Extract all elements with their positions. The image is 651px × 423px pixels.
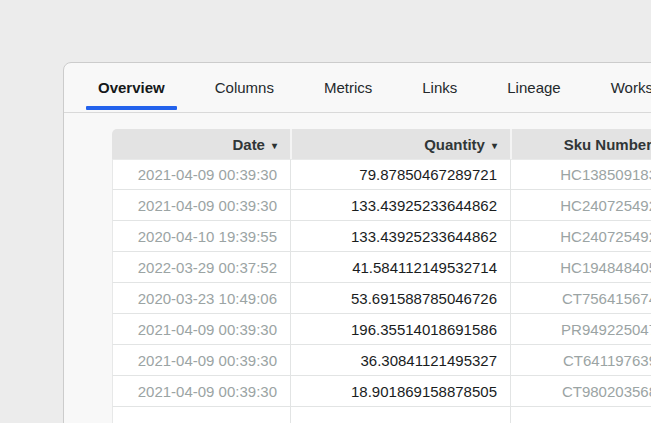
column-label: Quantity — [424, 136, 485, 153]
cell-qty: 79.87850467289721 — [290, 159, 510, 190]
cell-sku: HC240725492 — [510, 221, 651, 252]
cell-date: 2020-03-23 10:49:06 — [112, 283, 290, 314]
table-row[interactable]: 2020-04-10 19:39:55133.43925233644862HC2… — [112, 221, 651, 252]
cell-sku: CT980203568 — [510, 376, 651, 407]
tab-lineage[interactable]: Lineage — [495, 63, 572, 112]
cell-sku — [510, 407, 651, 423]
cell-qty: 18.901869158878505 — [290, 376, 510, 407]
table-header-row: Date▾Quantity▾Sku Number — [112, 129, 651, 159]
cell-qty — [290, 407, 510, 423]
cell-sku: HC138509183 — [510, 159, 651, 190]
tab-bar: OverviewColumnsMetricsLinksLineageWorksh… — [64, 63, 651, 113]
cell-date: 2021-04-09 00:39:30 — [112, 314, 290, 345]
column-label: Date — [232, 136, 265, 153]
table-row[interactable]: 2021-04-09 00:39:30133.43925233644862HC2… — [112, 190, 651, 221]
cell-date — [112, 407, 290, 423]
sort-arrow-icon: ▾ — [272, 140, 277, 151]
cell-sku: HC194848405 — [510, 252, 651, 283]
data-preview-table: Date▾Quantity▾Sku Number 2021-04-09 00:3… — [112, 129, 651, 423]
cell-date: 2021-04-09 00:39:30 — [112, 376, 290, 407]
table-body: 2021-04-09 00:39:3079.87850467289721HC13… — [112, 159, 651, 423]
screen: OverviewColumnsMetricsLinksLineageWorksh… — [0, 0, 651, 423]
cell-qty: 41.584112149532714 — [290, 252, 510, 283]
dataset-panel: OverviewColumnsMetricsLinksLineageWorksh… — [63, 62, 651, 423]
cell-date: 2020-04-10 19:39:55 — [112, 221, 290, 252]
column-header-date[interactable]: Date▾ — [112, 129, 290, 159]
data-preview-table-container: Date▾Quantity▾Sku Number 2021-04-09 00:3… — [112, 129, 651, 423]
tab-overview[interactable]: Overview — [86, 63, 177, 112]
cell-sku: CT641197639 — [510, 345, 651, 376]
column-header-qty[interactable]: Quantity▾ — [290, 129, 510, 159]
cell-qty: 196.35514018691586 — [290, 314, 510, 345]
table-row[interactable]: 2021-04-09 00:39:3018.901869158878505CT9… — [112, 376, 651, 407]
cell-sku: HC240725492 — [510, 190, 651, 221]
cell-date: 2021-04-09 00:39:30 — [112, 159, 290, 190]
cell-date: 2021-04-09 00:39:30 — [112, 190, 290, 221]
cell-date: 2022-03-29 00:37:52 — [112, 252, 290, 283]
table-row[interactable]: 2021-04-09 00:39:30196.35514018691586PR9… — [112, 314, 651, 345]
cell-date: 2021-04-09 00:39:30 — [112, 345, 290, 376]
table-row[interactable]: 2021-04-09 00:39:3079.87850467289721HC13… — [112, 159, 651, 190]
sort-arrow-icon: ▾ — [492, 140, 497, 151]
cell-qty: 53.691588785046726 — [290, 283, 510, 314]
tab-links[interactable]: Links — [410, 63, 469, 112]
table-header: Date▾Quantity▾Sku Number — [112, 129, 651, 159]
column-label: Sku Number — [564, 136, 651, 153]
column-header-sku[interactable]: Sku Number — [510, 129, 651, 159]
cell-qty: 133.43925233644862 — [290, 190, 510, 221]
tab-columns[interactable]: Columns — [203, 63, 286, 112]
table-row[interactable]: 2022-03-29 00:37:5241.584112149532714HC1… — [112, 252, 651, 283]
table-row[interactable] — [112, 407, 651, 423]
cell-sku: CT756415674 — [510, 283, 651, 314]
table-row[interactable]: 2020-03-23 10:49:0653.691588785046726CT7… — [112, 283, 651, 314]
table-row[interactable]: 2021-04-09 00:39:3036.30841121495327CT64… — [112, 345, 651, 376]
tab-metrics[interactable]: Metrics — [312, 63, 384, 112]
cell-qty: 36.30841121495327 — [290, 345, 510, 376]
cell-qty: 133.43925233644862 — [290, 221, 510, 252]
cell-sku: PR949225047 — [510, 314, 651, 345]
tab-worksheets[interactable]: Worksheets — [599, 63, 651, 112]
